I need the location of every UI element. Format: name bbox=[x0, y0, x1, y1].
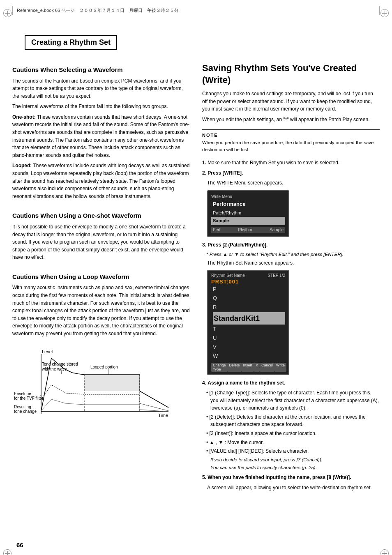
looped-label: Looped: bbox=[12, 163, 32, 168]
waveform-para-1: The sounds of the Fantom are based on co… bbox=[12, 77, 190, 100]
bullet-5-italic: If you decide to discard your input, pre… bbox=[210, 456, 380, 463]
step-1: 1. Make sure that the Rhythm Set you wis… bbox=[202, 159, 380, 167]
screen2-item-4: U bbox=[213, 334, 285, 343]
right-intro-1: Changes you make to sound settings are t… bbox=[202, 90, 380, 113]
corner-reg-br bbox=[380, 549, 389, 555]
screen2-btn-insert: Insert bbox=[242, 363, 254, 372]
screen2-btn-type: ChangeType bbox=[211, 363, 228, 372]
screen2-item-selected: StandardKit1 bbox=[213, 312, 285, 325]
waveform-diagram: Level Time Looped portion bbox=[12, 346, 190, 428]
svg-text:Envelope: Envelope bbox=[14, 391, 31, 396]
screen1-title: Write Menu bbox=[211, 194, 285, 199]
step-5: 5. When you have finished inputting the … bbox=[202, 474, 380, 481]
right-column: Saving Rhythm Sets You've Created (Write… bbox=[202, 54, 380, 495]
svg-text:Looped portion: Looped portion bbox=[90, 365, 118, 369]
screen2-btn-delete: Delete bbox=[228, 363, 242, 372]
content-columns: Cautions When Selecting a Waveform The s… bbox=[12, 54, 380, 495]
step-3-text: Press [2 (Patch/Rhythm)]. bbox=[208, 242, 267, 248]
bullet-1: [2 (Delete)]: Deletes the character at t… bbox=[206, 413, 380, 428]
bullet-3: ▲ , ▼ : Move the cursor. bbox=[206, 439, 380, 447]
screen2-footer: ChangeType Delete Insert X Cancel Write bbox=[211, 363, 285, 372]
screen2-item-0: P bbox=[213, 285, 285, 294]
corner-reg-tl bbox=[3, 9, 12, 17]
svg-text:for the TVF filter: for the TVF filter bbox=[14, 396, 44, 401]
page-number: 66 bbox=[16, 541, 23, 548]
waveform-para-2: The internal waveforms of the Fantom fal… bbox=[12, 103, 190, 111]
step-4: 4. Assign a name to the rhythm set. bbox=[202, 379, 380, 387]
screen2-container: Rhythm Set Name STEP 1/2 PRST:001 P Q R … bbox=[207, 270, 380, 375]
screen1-item-0: Performance bbox=[211, 200, 285, 209]
bullet-4: [VALUE dial] [INC][DEC]: Selects a chara… bbox=[206, 447, 380, 455]
file-info: Reference_e.book 66 ページ ２００３年７月１４日 月曜日 午… bbox=[12, 6, 380, 15]
step-3-sub-italic: * Press ▲ or ▼ to select "Rhythm Edit," … bbox=[206, 251, 380, 258]
screen2-item-5: V bbox=[213, 343, 285, 352]
section-heading-oneshot: Cautions When Using a One-shot Waveform bbox=[12, 212, 190, 220]
screen2-btn-cancel: Cancel bbox=[260, 363, 274, 372]
corner-reg-bl bbox=[3, 549, 12, 555]
bullet-0: [1 (Change Type)]: Selects the type of c… bbox=[206, 389, 380, 412]
screen2-item-2: R bbox=[213, 303, 285, 312]
step-4-text: Assign a name to the rhythm set. bbox=[208, 380, 285, 386]
screen2-item-6: W bbox=[213, 352, 285, 361]
corner-reg-tr bbox=[380, 9, 389, 17]
screen1-item-1: Patch/Rhythm bbox=[211, 209, 285, 217]
looped-item: Looped: These waveforms include sounds w… bbox=[12, 162, 190, 200]
right-main-heading: Saving Rhythm Sets You've Created (Write… bbox=[202, 62, 380, 86]
step-1-text: Make sure that the Rhythm Set you wish t… bbox=[208, 160, 339, 166]
screen1-container: Write Menu Performance Patch/Rhythm Samp… bbox=[207, 190, 380, 237]
screen2-list: P Q R StandardKit1 T U V W bbox=[213, 285, 285, 361]
screen2-header: Rhythm Set Name STEP 1/2 bbox=[211, 273, 285, 278]
screen1-btn-3: Sample bbox=[270, 228, 284, 232]
step-2-text: Press [WRITE]. bbox=[208, 170, 243, 176]
screen2-btn-x: X bbox=[254, 363, 260, 372]
note-box: NOTE When you perform the save procedure… bbox=[202, 129, 380, 154]
note-label: NOTE bbox=[202, 133, 380, 138]
svg-text:Level: Level bbox=[42, 349, 53, 354]
section-heading-waveform: Cautions When Selecting a Waveform bbox=[12, 66, 190, 74]
oneshot-label: One-shot: bbox=[12, 114, 36, 120]
section-heading-loop: Cautions When Using a Loop Waveform bbox=[12, 273, 190, 281]
step-5-num: 5. bbox=[202, 474, 206, 480]
svg-text:Resulting: Resulting bbox=[14, 405, 31, 409]
step-4-bullets: [1 (Change Type)]: Selects the type of c… bbox=[206, 389, 380, 471]
screen2-id: PRST:001 bbox=[211, 279, 285, 285]
screen2-btn-write: Write bbox=[274, 363, 286, 372]
step-1-num: 1. bbox=[202, 160, 206, 166]
oneshot-text: These waveforms contain sounds that have… bbox=[12, 114, 189, 158]
page: Reference_e.book 66 ページ ２００３年７月１４日 月曜日 午… bbox=[0, 6, 392, 555]
svg-text:with the wave: with the wave bbox=[42, 367, 67, 371]
page-title: Creating a Rhythm Set bbox=[25, 35, 117, 50]
screen2-step: STEP 1/2 bbox=[267, 273, 285, 278]
bullet-6-italic: You can use the pads to specify characte… bbox=[210, 464, 380, 471]
svg-text:tone change: tone change bbox=[14, 409, 37, 414]
looped-text: These waveforms include sounds with long… bbox=[12, 163, 189, 199]
step-2-num: 2. bbox=[202, 170, 206, 176]
oneshot-para: It is not possible to use the envelope t… bbox=[12, 223, 190, 261]
step-3-num: 3. bbox=[202, 242, 206, 248]
step-3: 3. Press [2 (Patch/Rhythm)]. bbox=[202, 241, 380, 249]
left-column: Cautions When Selecting a Waveform The s… bbox=[12, 54, 190, 495]
title-section: Creating a Rhythm Set bbox=[12, 23, 380, 50]
step-4-num: 4. bbox=[202, 380, 206, 386]
svg-text:Time: Time bbox=[158, 413, 168, 418]
screen-write-menu: Write Menu Performance Patch/Rhythm Samp… bbox=[207, 190, 289, 237]
screen1-footer: Perf Rhythm Sample bbox=[211, 227, 285, 233]
step-5-text: When you have finished inputting the nam… bbox=[208, 474, 351, 480]
loop-para: With many acoustic instruments such as p… bbox=[12, 284, 190, 337]
screen1-btn-2: Rhythm bbox=[238, 228, 252, 232]
bullet-2: [3 (Insert)]: Inserts a space at the cur… bbox=[206, 430, 380, 438]
step-5-sub: A screen will appear, allowing you to se… bbox=[207, 484, 380, 492]
screen1-item-2: Sample bbox=[211, 217, 285, 225]
right-intro-2: When you edit the patch settings, an "*"… bbox=[202, 116, 380, 124]
diagram-svg: Level Time Looped portion bbox=[12, 346, 177, 428]
screen1-btn-1: Perf bbox=[213, 228, 220, 232]
step-2-sub: The WRITE Menu screen appears. bbox=[207, 179, 380, 187]
screen2-item-1: Q bbox=[213, 294, 285, 303]
svg-text:Tone change stored: Tone change stored bbox=[42, 362, 78, 366]
oneshot-item: One-shot: These waveforms contain sounds… bbox=[12, 113, 190, 159]
svg-marker-4 bbox=[84, 375, 140, 391]
header-bar: Reference_e.book 66 ページ ２００３年７月１４日 月曜日 午… bbox=[12, 6, 380, 15]
screen2-title: Rhythm Set Name bbox=[211, 273, 245, 278]
note-text: When you perform the save procedure, the… bbox=[202, 139, 380, 154]
step-2: 2. Press [WRITE]. bbox=[202, 169, 380, 177]
